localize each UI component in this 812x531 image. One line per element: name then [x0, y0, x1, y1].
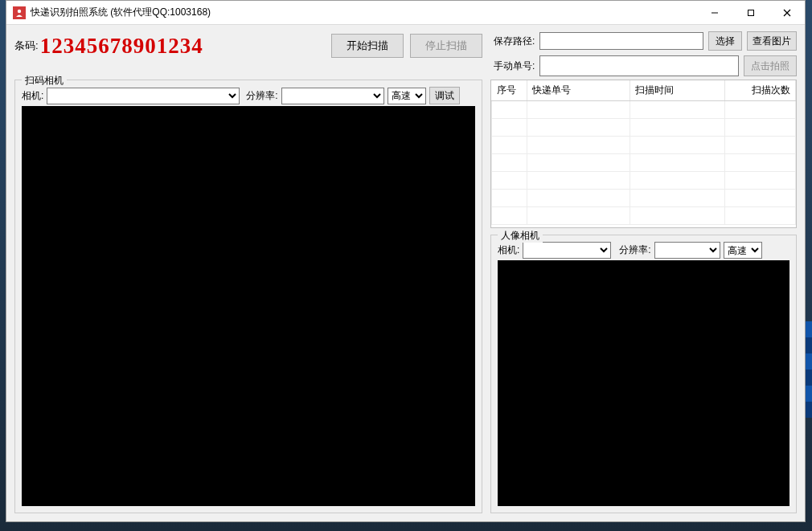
portrait-resolution-select[interactable]	[654, 242, 720, 259]
portrait-camera-label: 相机:	[498, 243, 519, 257]
table-row	[492, 207, 796, 225]
portrait-camera-select[interactable]	[523, 242, 611, 259]
save-path-label: 保存路径:	[494, 35, 535, 48]
manual-no-input[interactable]	[539, 55, 739, 76]
titlebar: 快递识别拍照系统 (软件代理QQ:1003168)	[6, 1, 805, 25]
table-header-row: 序号 快递单号 扫描时间 扫描次数	[492, 80, 796, 101]
portrait-resolution-label: 分辨率:	[619, 243, 650, 257]
col-scan-count: 扫描次数	[725, 80, 796, 101]
maximize-button[interactable]	[732, 1, 769, 25]
scan-speed-select[interactable]: 高速	[388, 88, 426, 104]
svg-rect-2	[748, 10, 753, 15]
close-button[interactable]	[769, 1, 805, 25]
barcode-value: 12345678901234	[40, 35, 203, 57]
stop-scan-button[interactable]: 停止扫描	[410, 34, 482, 58]
main-columns: 扫码相机 相机: 分辨率: 高速 调试	[14, 80, 797, 513]
portrait-camera-view	[498, 260, 789, 506]
scan-camera-view	[22, 106, 475, 506]
result-table[interactable]: 序号 快递单号 扫描时间 扫描次数	[490, 80, 797, 228]
scan-camera-group-title: 扫码相机	[22, 74, 67, 88]
svg-point-0	[18, 9, 21, 12]
portrait-camera-controls: 相机: 分辨率: 高速	[498, 242, 789, 259]
click-photo-button[interactable]: 点击拍照	[744, 55, 797, 76]
debug-button[interactable]: 调试	[429, 87, 460, 104]
scan-camera-controls: 相机: 分辨率: 高速 调试	[22, 87, 475, 104]
scan-camera-label: 相机:	[22, 89, 43, 103]
portrait-camera-group: 人像相机 相机: 分辨率: 高速	[490, 235, 797, 513]
barcode-label: 条码:	[14, 39, 39, 53]
select-path-button[interactable]: 选择	[708, 31, 742, 51]
desktop-background-fragment	[806, 321, 812, 418]
portrait-camera-group-title: 人像相机	[498, 229, 543, 243]
main-window: 快递识别拍照系统 (软件代理QQ:1003168) 条码: 1234567890…	[6, 0, 806, 522]
start-scan-button[interactable]: 开始扫描	[331, 34, 404, 58]
scan-camera-group: 扫码相机 相机: 分辨率: 高速 调试	[14, 80, 482, 513]
table-row	[492, 154, 796, 172]
app-icon	[13, 6, 26, 19]
minimize-button[interactable]	[696, 1, 732, 25]
scan-resolution-label: 分辨率:	[246, 89, 277, 103]
table-row	[492, 137, 796, 154]
manual-no-row: 手动单号: 点击拍照	[494, 55, 797, 76]
col-express-no: 快递单号	[527, 80, 630, 101]
save-path-row: 保存路径: 选择 查看图片	[494, 31, 797, 51]
col-scan-time: 扫描时间	[630, 80, 725, 101]
window-title: 快递识别拍照系统 (软件代理QQ:1003168)	[31, 6, 211, 19]
table-row	[492, 119, 796, 137]
col-seq: 序号	[492, 80, 527, 101]
save-path-input[interactable]	[539, 32, 703, 50]
scan-resolution-select[interactable]	[281, 88, 384, 104]
scan-camera-select[interactable]	[47, 88, 240, 104]
table-row	[492, 172, 796, 190]
table-row	[492, 190, 796, 207]
portrait-speed-select[interactable]: 高速	[724, 242, 762, 259]
table-row	[492, 101, 796, 119]
view-image-button[interactable]: 查看图片	[747, 31, 797, 51]
client-area: 条码: 12345678901234 开始扫描 停止扫描 保存路径: 选择 查看…	[6, 25, 805, 521]
manual-no-label: 手动单号:	[494, 59, 535, 73]
